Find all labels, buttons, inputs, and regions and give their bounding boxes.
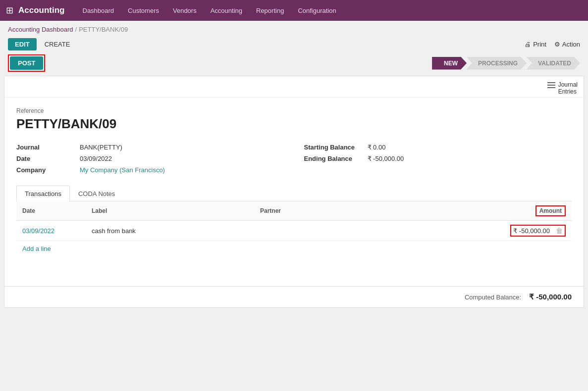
nav-reporting[interactable]: Reporting bbox=[250, 3, 290, 18]
action-bar: EDIT CREATE 🖨 Print ⚙ Action bbox=[0, 36, 588, 54]
fields-right: Starting Balance ₹ 0.00 Ending Balance ₹… bbox=[304, 144, 572, 174]
col-header-amount: Amount bbox=[358, 201, 572, 221]
status-new[interactable]: NEW bbox=[432, 57, 467, 70]
field-ending-balance: Ending Balance ₹ -50,000.00 bbox=[304, 155, 572, 162]
journal-entries-button[interactable]: Journal Entries bbox=[547, 81, 578, 95]
breadcrumb-separator: / bbox=[75, 26, 77, 33]
edit-button[interactable]: EDIT bbox=[8, 38, 37, 50]
action-button[interactable]: ⚙ Action bbox=[554, 41, 580, 48]
computed-balance-value: ₹ -50,000.00 bbox=[529, 293, 572, 301]
transactions-table: Date Label Partner Amount 03/09/2022 cas… bbox=[16, 201, 572, 241]
company-label: Company bbox=[16, 166, 76, 174]
field-company: Company My Company (San Francisco) bbox=[16, 166, 284, 174]
journal-entries-label: Journal Entries bbox=[558, 81, 578, 95]
table-row: 03/09/2022 cash from bank ₹ -50,000.00 🗑 bbox=[16, 221, 572, 241]
fields-left: Journal BANK(PETTY) Date 03/09/2022 Comp… bbox=[16, 144, 284, 174]
top-navigation: ⊞ Accounting Dashboard Customers Vendors… bbox=[0, 0, 588, 21]
status-bar: POST NEW PROCESSING VALIDATED bbox=[0, 54, 588, 76]
post-button[interactable]: POST bbox=[10, 56, 43, 70]
breadcrumb-current: PETTY/BANK/09 bbox=[79, 26, 128, 33]
post-button-wrapper: POST bbox=[8, 54, 45, 72]
field-starting-balance: Starting Balance ₹ 0.00 bbox=[304, 144, 572, 151]
ending-balance-value: ₹ -50,000.00 bbox=[368, 155, 404, 162]
col-header-date: Date bbox=[16, 201, 86, 221]
print-button[interactable]: 🖨 Print bbox=[525, 41, 546, 48]
ending-balance-label: Ending Balance bbox=[304, 155, 364, 162]
breadcrumb-parent[interactable]: Accounting Dashboard bbox=[8, 26, 73, 33]
form-footer: Computed Balance: ₹ -50,000.00 bbox=[4, 286, 584, 307]
status-pipeline: NEW PROCESSING VALIDATED bbox=[432, 57, 580, 70]
field-date: Date 03/09/2022 bbox=[16, 155, 284, 162]
main-content: Journal Entries Reference PETTY/BANK/09 … bbox=[4, 76, 584, 308]
journal-value: BANK(PETTY) bbox=[80, 144, 122, 151]
row-label: cash from bank bbox=[86, 221, 254, 241]
tab-coda-notes[interactable]: CODA Notes bbox=[70, 186, 123, 201]
action-right: 🖨 Print ⚙ Action bbox=[525, 41, 580, 48]
form-section: Reference PETTY/BANK/09 Journal BANK(PET… bbox=[4, 98, 584, 266]
nav-dashboard[interactable]: Dashboard bbox=[77, 3, 120, 18]
field-journal: Journal BANK(PETTY) bbox=[16, 144, 284, 151]
brand-name: Accounting bbox=[18, 5, 65, 15]
status-validated[interactable]: VALIDATED bbox=[526, 57, 580, 70]
grid-icon[interactable]: ⊞ bbox=[6, 5, 13, 16]
create-button[interactable]: CREATE bbox=[41, 38, 74, 50]
computed-balance-label: Computed Balance: bbox=[465, 293, 521, 301]
hamburger-icon bbox=[547, 82, 555, 88]
company-value[interactable]: My Company (San Francisco) bbox=[80, 166, 165, 174]
journal-entries-bar: Journal Entries bbox=[4, 76, 584, 98]
row-date: 03/09/2022 bbox=[16, 221, 86, 241]
nav-items: Dashboard Customers Vendors Accounting R… bbox=[77, 3, 342, 18]
date-label: Date bbox=[16, 155, 76, 162]
col-header-partner: Partner bbox=[254, 201, 358, 221]
record-title: PETTY/BANK/09 bbox=[16, 116, 572, 132]
fields-grid: Journal BANK(PETTY) Date 03/09/2022 Comp… bbox=[16, 144, 572, 174]
delete-row-icon[interactable]: 🗑 bbox=[556, 227, 563, 235]
row-partner bbox=[254, 221, 358, 241]
starting-balance-label: Starting Balance bbox=[304, 144, 364, 151]
reference-label: Reference bbox=[16, 107, 572, 114]
printer-icon: 🖨 bbox=[525, 41, 531, 48]
row-amount: ₹ -50,000.00 🗑 bbox=[358, 221, 572, 241]
action-label: Action bbox=[562, 41, 580, 48]
tab-transactions[interactable]: Transactions bbox=[16, 186, 70, 201]
nav-configuration[interactable]: Configuration bbox=[292, 3, 342, 18]
nav-vendors[interactable]: Vendors bbox=[167, 3, 203, 18]
nav-customers[interactable]: Customers bbox=[122, 3, 165, 18]
starting-balance-value: ₹ 0.00 bbox=[368, 144, 386, 151]
gear-icon: ⚙ bbox=[554, 41, 560, 48]
status-processing[interactable]: PROCESSING bbox=[466, 57, 527, 70]
tabs: Transactions CODA Notes bbox=[16, 186, 572, 201]
col-header-label: Label bbox=[86, 201, 254, 221]
add-line-button[interactable]: Add a line bbox=[16, 241, 57, 256]
breadcrumb: Accounting Dashboard / PETTY/BANK/09 bbox=[0, 21, 588, 36]
journal-label: Journal bbox=[16, 144, 76, 151]
nav-accounting[interactable]: Accounting bbox=[205, 3, 248, 18]
date-value: 03/09/2022 bbox=[80, 155, 112, 162]
print-label: Print bbox=[533, 41, 546, 48]
